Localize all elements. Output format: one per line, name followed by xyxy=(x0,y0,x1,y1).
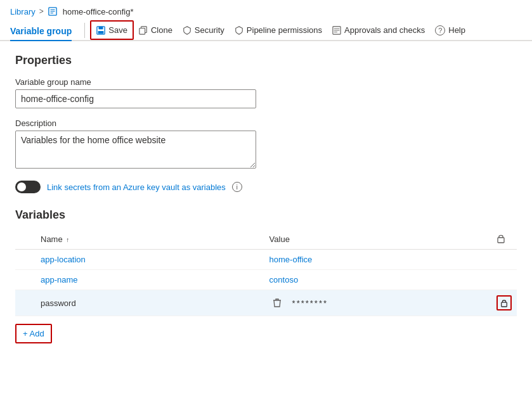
variables-table: Name ↑ Value xyxy=(15,229,517,316)
description-field-group: Description Variables for the home offic… xyxy=(15,118,517,170)
security-label: Security xyxy=(195,25,224,35)
breadcrumb: Library > home-office-config* xyxy=(0,0,532,20)
delete-password-button[interactable] xyxy=(269,295,285,310)
variable-group-icon xyxy=(48,6,58,16)
approvals-icon xyxy=(332,26,341,35)
col-name-header: Name ↑ xyxy=(15,229,264,250)
toolbar-divider xyxy=(84,23,85,38)
var-value-cell: contoso xyxy=(264,270,491,290)
var-name-cell: app-name xyxy=(15,270,264,290)
name-input[interactable] xyxy=(15,89,256,108)
col-value-header: Value xyxy=(264,229,491,250)
save-icon xyxy=(96,26,105,35)
clone-label: Clone xyxy=(151,25,172,35)
clone-icon xyxy=(139,26,148,35)
svg-rect-14 xyxy=(502,302,507,307)
pipeline-permissions-icon xyxy=(235,26,243,35)
description-textarea[interactable]: Variables for the home office website xyxy=(15,131,256,169)
help-icon: ? xyxy=(435,25,445,35)
add-variable-button[interactable]: + Add xyxy=(15,324,52,343)
help-label: Help xyxy=(448,25,465,35)
name-field-group: Variable group name xyxy=(15,77,517,108)
svg-rect-13 xyxy=(498,238,504,243)
lock-password-button[interactable] xyxy=(496,295,512,310)
var-lock-cell xyxy=(491,250,517,270)
variables-section: Variables Name ↑ Value xyxy=(15,208,517,343)
table-row: app-location home-office xyxy=(15,250,517,270)
toggle-thumb xyxy=(17,182,26,191)
keyvault-toggle-row: Link secrets from an Azure key vault as … xyxy=(15,181,517,193)
breadcrumb-current-page: home-office-config* xyxy=(63,7,134,16)
table-header-row: Name ↑ Value xyxy=(15,229,517,250)
var-value-cell-password: ******** xyxy=(264,290,491,316)
var-lock-cell xyxy=(491,270,517,290)
save-label: Save xyxy=(108,25,127,35)
properties-section: Properties Variable group name Descripti… xyxy=(15,54,517,170)
table-row: app-name contoso xyxy=(15,270,517,290)
var-lock-cell-password xyxy=(491,290,517,316)
breadcrumb-library-link[interactable]: Library xyxy=(10,7,36,16)
keyvault-toggle[interactable] xyxy=(15,181,41,193)
security-icon xyxy=(183,26,191,35)
properties-title: Properties xyxy=(15,54,517,67)
keyvault-toggle-label[interactable]: Link secrets from an Azure key vault as … xyxy=(47,182,226,192)
help-button[interactable]: ? Help xyxy=(430,22,470,39)
description-label: Description xyxy=(15,118,517,128)
variables-title: Variables xyxy=(15,208,517,222)
name-label: Variable group name xyxy=(15,77,517,87)
svg-rect-6 xyxy=(98,30,104,33)
pipeline-permissions-label: Pipeline permissions xyxy=(247,25,322,35)
security-button[interactable]: Security xyxy=(178,22,230,39)
approvals-label: Approvals and checks xyxy=(344,25,425,35)
col-lock-header xyxy=(491,229,517,250)
svg-rect-8 xyxy=(139,28,145,34)
breadcrumb-separator: > xyxy=(39,7,44,16)
toolbar: Variable group Save Clone Security xyxy=(0,20,532,41)
info-icon[interactable]: i xyxy=(232,182,242,192)
main-content: Properties Variable group name Descripti… xyxy=(0,41,532,356)
approvals-button[interactable]: Approvals and checks xyxy=(327,22,430,39)
clone-button[interactable]: Clone xyxy=(134,22,178,39)
pipeline-permissions-button[interactable]: Pipeline permissions xyxy=(230,22,327,39)
save-button[interactable]: Save xyxy=(90,20,134,40)
add-variable-label: + Add xyxy=(23,329,44,338)
sort-arrow: ↑ xyxy=(66,236,69,243)
var-name-cell-password: password xyxy=(15,290,264,316)
svg-rect-5 xyxy=(99,26,103,29)
tab-variable-group[interactable]: Variable group xyxy=(10,21,72,41)
lock-header-icon xyxy=(496,236,505,245)
table-row: password ******** xyxy=(15,290,517,316)
var-name-cell: app-location xyxy=(15,250,264,270)
var-value-cell: home-office xyxy=(264,250,491,270)
